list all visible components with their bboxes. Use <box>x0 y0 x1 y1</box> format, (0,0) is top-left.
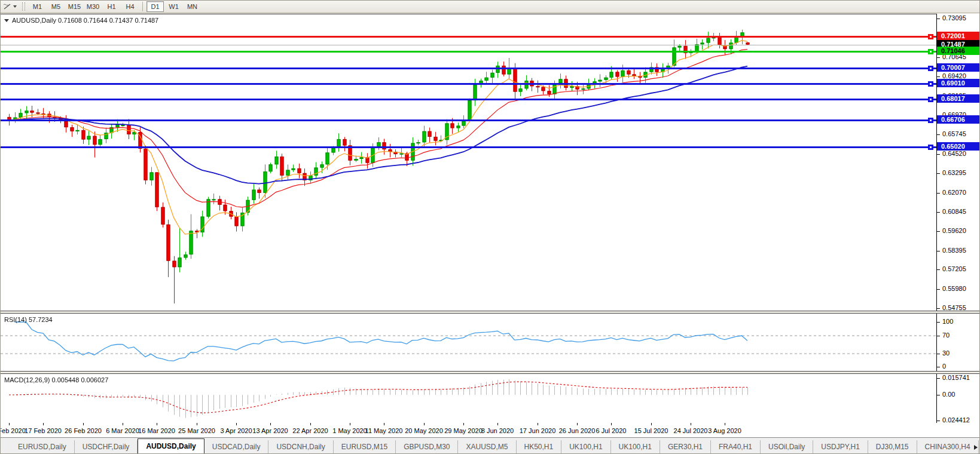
macd-canvas[interactable] <box>1 374 936 423</box>
chart-tab-fra40-h1[interactable]: FRA40,H1 <box>711 440 761 454</box>
price-tick-tickmark <box>937 308 940 309</box>
price-tick-tickmark <box>937 289 940 290</box>
price-tick-tickmark <box>937 251 940 251</box>
chart-tab-hk50-h1[interactable]: HK50,H1 <box>517 440 562 454</box>
chart-tab-eurusd-daily[interactable]: EURUSD,Daily <box>10 440 75 454</box>
date-tickmark <box>384 423 384 425</box>
main-chart-canvas[interactable] <box>1 14 936 311</box>
timeframe-button-mn[interactable]: MN <box>184 1 201 12</box>
main-chart-panel[interactable]: AUDUSD,Daily 0.71608 0.71644 0.71437 0.7… <box>1 14 936 311</box>
date-tickmark <box>497 423 498 425</box>
date-tickmark <box>463 423 464 425</box>
chart-title: AUDUSD,Daily 0.71608 0.71644 0.71437 0.7… <box>4 17 158 24</box>
rsi-canvas[interactable] <box>1 314 936 371</box>
price-tick-tickmark <box>937 231 940 232</box>
date-tickmark <box>691 423 691 425</box>
date-tickmark <box>197 423 197 425</box>
date-tickmark <box>350 423 350 425</box>
support-line[interactable] <box>1 99 936 100</box>
tab-scroll-right-icon[interactable] <box>974 445 978 450</box>
timeframe-button-m5[interactable]: M5 <box>47 1 65 12</box>
rsi-tick-label: 0 <box>942 363 946 370</box>
date-tickmark <box>611 423 612 425</box>
chart-tab-usdcad-daily[interactable]: USDCAD,Daily <box>204 440 269 454</box>
toolbar-separator <box>142 2 143 11</box>
price-tick-label: 0.60845 <box>942 208 966 215</box>
timeframe-button-w1[interactable]: W1 <box>165 1 182 12</box>
price-tick-label: 0.57205 <box>942 265 966 272</box>
level-anchor-icon[interactable] <box>928 81 933 87</box>
price-tag: 0.69010 <box>937 79 980 87</box>
timeframe-button-m15[interactable]: M15 <box>66 1 83 12</box>
resistance-line[interactable] <box>1 36 936 38</box>
price-tick-tickmark <box>937 19 940 19</box>
panel-splitter[interactable] <box>1 371 980 374</box>
rsi-tick-tickmark <box>937 354 940 354</box>
chart-tab-usdjpy-h1[interactable]: USDJPY,H1 <box>813 440 868 454</box>
macd-tick-label: 0.024412 <box>942 416 970 424</box>
support-line[interactable] <box>1 68 936 69</box>
timeframe-button-m1[interactable]: M1 <box>29 1 46 12</box>
price-tick-tickmark <box>937 57 940 58</box>
chart-tab-ger30-h1[interactable]: GER30,H1 <box>660 440 711 454</box>
timeframe-button-h4[interactable]: H4 <box>121 1 139 12</box>
macd-tick-label: 0.015741 <box>942 374 970 381</box>
chart-tab-dj30-m15[interactable]: DJ30,M15 <box>868 440 917 454</box>
date-axis[interactable]: 7 Feb 202017 Feb 202026 Feb 20206 Mar 20… <box>1 423 980 437</box>
support-line[interactable] <box>1 83 936 85</box>
rsi-tick-label: 100 <box>942 318 953 325</box>
chart-tab-xauusd-m5[interactable]: XAUUSD,M5 <box>458 440 516 454</box>
chart-tab-uk100-h1[interactable]: UK100,H1 <box>611 440 660 454</box>
level-anchor-icon[interactable] <box>928 66 933 71</box>
price-tick-label: 0.62070 <box>942 189 966 196</box>
macd-panel[interactable]: MACD(12,26,9) 0.005448 0.006027 <box>1 374 936 424</box>
panel-splitter[interactable] <box>1 311 980 314</box>
price-tick-label: 0.65745 <box>942 130 966 137</box>
chart-tab-bar: EURUSD,DailyUSDCHF,DailyAUDUSD,DailyUSDC… <box>1 437 980 454</box>
timeframe-button-h1[interactable]: H1 <box>103 1 120 12</box>
level-anchor-icon[interactable] <box>928 49 933 54</box>
chart-tab-uk100-h1[interactable]: UK100,H1 <box>561 440 610 454</box>
chart-tab-china300-h4[interactable]: CHINA300,H4 <box>917 440 979 454</box>
macd-label: MACD(12,26,9) 0.005448 0.006027 <box>4 376 108 384</box>
rsi-tick-tickmark <box>937 322 940 323</box>
line-tools-button[interactable] <box>1 2 19 11</box>
timeframe-button-m30[interactable]: M30 <box>84 1 102 12</box>
level-anchor-icon[interactable] <box>928 118 933 123</box>
support-line[interactable] <box>1 146 936 148</box>
current-price-line[interactable] <box>1 45 936 45</box>
price-tick-label: 0.55980 <box>942 285 966 292</box>
price-tick-tickmark <box>937 76 940 77</box>
date-tickmark <box>270 423 271 425</box>
symbol-menu-icon[interactable] <box>4 19 9 22</box>
level-anchor-icon[interactable] <box>928 145 933 150</box>
timeframe-button-d1[interactable]: D1 <box>146 1 164 12</box>
chart-tab-gbpusd-m30[interactable]: GBPUSD,M30 <box>396 440 458 454</box>
rsi-panel[interactable]: RSI(14) 57.7234 <box>1 314 936 371</box>
timeframe-toolbar: M1M5M15M30H1H4D1W1MN <box>1 1 980 13</box>
support-line[interactable] <box>1 119 936 121</box>
price-tick-tickmark <box>937 134 940 135</box>
macd-tick-tickmark <box>937 395 940 395</box>
chart-tab-usdchf-daily[interactable]: USDCHF,Daily <box>75 440 138 454</box>
price-axis[interactable]: 0.730950.718700.706450.694200.681950.669… <box>936 14 980 423</box>
level-anchor-icon[interactable] <box>928 97 933 102</box>
timeframe-buttons: M1M5M15M30H1H4D1W1MN <box>28 1 202 12</box>
chart-tab-usoil-daily[interactable]: USOil,Daily <box>761 440 813 454</box>
chart-tab-eurusd-m15[interactable]: EURUSD,M15 <box>334 440 396 454</box>
price-tick-label: 0.64520 <box>942 150 966 157</box>
price-tick-tickmark <box>937 269 940 270</box>
toolbar-grip[interactable] <box>22 2 25 11</box>
support-line[interactable] <box>1 51 936 53</box>
date-tickmark <box>725 423 725 425</box>
date-tickmark <box>424 423 425 425</box>
date-tickmark <box>83 423 84 425</box>
chart-tab-audusd-daily[interactable]: AUDUSD,Daily <box>138 438 204 454</box>
chart-tab-usdcnh-daily[interactable]: USDCNH,Daily <box>268 440 333 454</box>
date-tickmark <box>123 423 123 425</box>
price-tag: 0.72001 <box>937 32 980 40</box>
date-tickmark <box>577 423 578 425</box>
chart-title-text: AUDUSD,Daily 0.71608 0.71644 0.71437 0.7… <box>12 17 158 24</box>
price-tag: 0.65020 <box>937 142 980 151</box>
level-anchor-icon[interactable] <box>928 34 933 39</box>
